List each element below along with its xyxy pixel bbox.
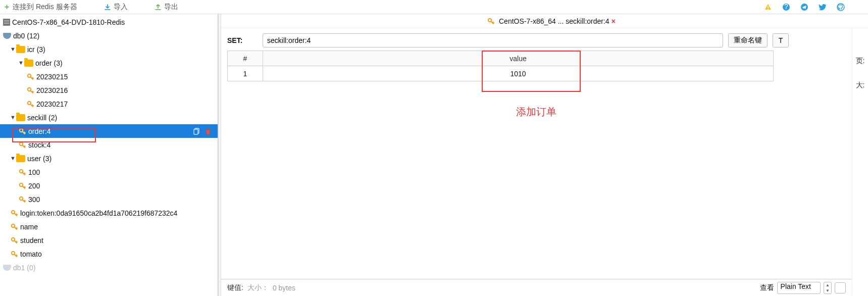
tree-key-stock4[interactable]: stock:4 <box>0 138 218 152</box>
connect-button[interactable]: ＋ 连接到 Redis 服务器 <box>3 2 77 12</box>
folder-icon <box>16 114 25 121</box>
tree-key[interactable]: 20230215 <box>0 70 218 83</box>
key-editor-row: SET: 重命名键 T <box>221 28 852 51</box>
warning-icon[interactable] <box>764 3 772 11</box>
key-label: name <box>20 223 38 231</box>
close-icon[interactable]: × <box>611 17 616 25</box>
key-label: order:4 <box>28 127 50 135</box>
help-icon[interactable]: ? <box>782 3 790 11</box>
side-rail: 页: 大: <box>852 28 868 296</box>
size-label: 大小： <box>247 283 269 292</box>
key-icon <box>18 127 26 135</box>
folder-label: order (3) <box>35 59 63 67</box>
main-area: CentOS-7-x86_64-DVD-1810-Redis db0 (12) … <box>0 14 868 296</box>
delete-icon[interactable] <box>205 128 212 135</box>
db0-label: db0 (12) <box>13 32 39 40</box>
value-table-wrap: # value 1 1010 添加订单 <box>221 51 852 81</box>
telegram-icon[interactable] <box>800 3 808 11</box>
tree-key[interactable]: student <box>0 233 218 247</box>
export-icon <box>154 3 162 11</box>
key-icon <box>10 209 18 217</box>
col-index[interactable]: # <box>228 51 263 66</box>
key-icon <box>26 86 34 94</box>
rail-size-label: 大: <box>856 81 865 90</box>
folder-label: seckill (2) <box>27 114 57 122</box>
tree-db1[interactable]: db1 (0) <box>0 261 218 274</box>
key-icon <box>487 17 495 25</box>
tree-folder-seckill[interactable]: ▼ seckill (2) <box>0 111 218 124</box>
key-label: login:token:0da91650ca2b4fd1a706219f6872… <box>20 209 177 217</box>
key-icon <box>26 100 34 108</box>
chevron-down-icon: ▼ <box>10 46 16 52</box>
view-mode-select[interactable]: Plain Text <box>777 282 821 294</box>
tree-folder-user[interactable]: ▼ user (3) <box>0 152 218 165</box>
chevron-down-icon: ▼ <box>10 114 16 120</box>
key-icon <box>26 73 34 81</box>
twitter-icon[interactable] <box>819 3 827 11</box>
tree-key[interactable]: 200 <box>0 179 218 192</box>
import-icon <box>104 3 112 11</box>
col-value[interactable]: value <box>263 51 774 66</box>
value-table[interactable]: # value 1 1010 <box>227 51 774 81</box>
sidebar: CentOS-7-x86_64-DVD-1810-Redis db0 (12) … <box>0 14 218 296</box>
key-label: 200 <box>28 182 40 190</box>
folder-icon <box>16 46 25 53</box>
tab-active[interactable]: CentOS-7-x86_64 ... seckill:order:4 × <box>484 16 619 26</box>
key-label: 20230216 <box>36 86 68 94</box>
tree-folder-order[interactable]: ▼ order (3) <box>0 56 218 70</box>
connect-label: 连接到 Redis 服务器 <box>13 3 77 12</box>
tree-db0[interactable]: db0 (12) <box>0 29 218 42</box>
key-icon <box>18 182 26 190</box>
tree-key[interactable]: tomato <box>0 247 218 261</box>
tab-bar: CentOS-7-x86_64 ... seckill:order:4 × <box>221 14 868 28</box>
annotation-label: 添加订单 <box>516 105 556 119</box>
folder-icon <box>16 155 25 162</box>
folder-label: icr (3) <box>27 45 45 54</box>
size-value: 0 bytes <box>273 284 295 292</box>
key-label: student <box>20 236 43 244</box>
view-extra-button[interactable] <box>835 282 846 293</box>
view-spinner[interactable]: ▲▼ <box>824 282 832 294</box>
svg-rect-0 <box>768 6 768 8</box>
key-icon <box>10 250 18 258</box>
key-name-input[interactable] <box>263 33 723 47</box>
key-tree[interactable]: CentOS-7-x86_64-DVD-1810-Redis db0 (12) … <box>0 14 218 296</box>
content: CentOS-7-x86_64 ... seckill:order:4 × SE… <box>221 14 868 296</box>
main-toolbar: ＋ 连接到 Redis 服务器 导入 导出 ? <box>0 0 868 14</box>
tree-key[interactable]: 300 <box>0 192 218 206</box>
tree-key[interactable]: 100 <box>0 165 218 179</box>
key-icon <box>10 223 18 231</box>
tree-folder-icr[interactable]: ▼ icr (3) <box>0 42 218 56</box>
key-icon <box>18 195 26 204</box>
key-icon <box>18 141 26 149</box>
cell-value: 1010 <box>263 66 774 81</box>
key-label: 100 <box>28 168 40 176</box>
rename-button[interactable]: 重命名键 <box>728 33 768 47</box>
tree-server[interactable]: CentOS-7-x86_64-DVD-1810-Redis <box>0 15 218 29</box>
copy-icon[interactable] <box>193 128 200 135</box>
tree-key-order4[interactable]: order:4 <box>0 124 218 138</box>
server-icon <box>3 19 10 26</box>
table-row[interactable]: 1 1010 <box>228 66 774 81</box>
tab-title: CentOS-7-x86_64 ... seckill:order:4 <box>499 17 609 25</box>
import-button[interactable]: 导入 <box>104 3 128 12</box>
value-status-bar: 键值: 大小： 0 bytes 查看 Plain Text ▲▼ <box>221 279 852 296</box>
github-icon[interactable] <box>837 3 845 11</box>
export-button[interactable]: 导出 <box>154 3 178 12</box>
tree-key[interactable]: 20230216 <box>0 83 218 97</box>
folder-icon <box>24 60 33 67</box>
cell-index: 1 <box>228 66 263 81</box>
svg-rect-1 <box>768 9 768 9</box>
tree-key[interactable]: login:token:0da91650ca2b4fd1a706219f6872… <box>0 206 218 220</box>
chevron-down-icon: ▼ <box>18 60 24 66</box>
tree-key[interactable]: 20230217 <box>0 97 218 111</box>
plus-icon: ＋ <box>3 2 11 12</box>
key-icon <box>10 236 18 244</box>
ttl-button[interactable]: T <box>773 33 789 47</box>
value-label: 键值: <box>227 283 243 292</box>
svg-rect-11 <box>194 129 198 134</box>
tree-key[interactable]: name <box>0 220 218 233</box>
rail-page-label: 页: <box>856 57 865 66</box>
server-label: CentOS-7-x86_64-DVD-1810-Redis <box>12 18 125 26</box>
view-label: 查看 <box>760 283 774 292</box>
